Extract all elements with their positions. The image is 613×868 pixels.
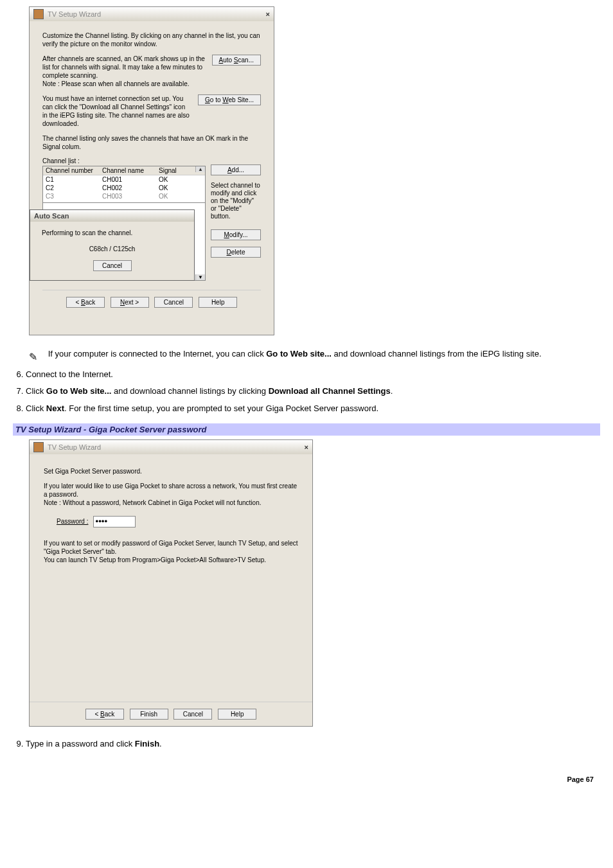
cell-signal: OK	[156, 175, 193, 184]
modify-button[interactable]: Modify...	[211, 229, 261, 240]
step-7: Click Go to Web site... and download cha…	[26, 385, 600, 397]
auto-scan-cancel-button[interactable]: Cancel	[93, 260, 132, 271]
step-8: Click Next. For the first time setup, yo…	[26, 403, 600, 414]
tv-setup-wizard-dialog-2: TV Setup Wizard × Set Giga Pocket Server…	[29, 439, 313, 727]
auto-scan-title: Auto Scan	[30, 210, 194, 222]
note-text-2: and download channel listings from the i…	[333, 349, 541, 359]
help-button[interactable]: Help	[199, 297, 237, 308]
cell-name: CH003	[100, 192, 156, 200]
help-button-2[interactable]: Help	[218, 709, 256, 720]
col-signal-header: Signal	[156, 166, 193, 175]
auto-scan-overlay: Auto Scan Performing to scan the channel…	[30, 209, 195, 281]
dialog1-footer: < Back Next > Cancel Help	[42, 290, 261, 308]
col-number-header: Channel number	[43, 166, 100, 175]
cell-num: C3	[43, 192, 100, 200]
auto-scan-status: Performing to scan the channel.	[42, 229, 182, 236]
cell-signal: OK	[156, 184, 193, 192]
dialog1-title: TV Setup Wizard	[48, 10, 101, 18]
password-input[interactable]	[93, 516, 136, 527]
col-name-header: Channel name	[100, 166, 156, 175]
dialog2-title-bar: TV Setup Wizard ×	[30, 440, 312, 454]
cell-name: CH001	[100, 175, 156, 184]
go-to-web-site-button[interactable]: Go to Web Site...	[198, 94, 261, 105]
password-label: Password :	[57, 518, 88, 525]
step-6: Connect to the Internet.	[26, 369, 600, 380]
table-row[interactable]: C3 CH003 OK	[43, 192, 205, 200]
dialog2-footer: < Back Finish Cancel Help	[30, 702, 312, 726]
back-button[interactable]: < Back	[66, 297, 105, 308]
channel-list-header: Channel number Channel name Signal	[43, 166, 205, 175]
pw-line2: If you later would like to use Giga Pock…	[44, 482, 298, 507]
add-button[interactable]: Add...	[211, 164, 261, 175]
scroll-down-icon[interactable]: ▼	[195, 274, 205, 280]
cell-num: C2	[43, 184, 100, 192]
close-icon[interactable]: ×	[266, 10, 270, 18]
note-bold: Go to Web site...	[266, 349, 332, 359]
auto-scan-progress: C68ch / C125ch	[42, 245, 182, 252]
dialog1-intro: Customize the Channel listing. By clicki…	[42, 31, 261, 48]
table-row[interactable]: C2 CH002 OK	[43, 184, 205, 192]
scroll-up-icon[interactable]: ▲	[195, 166, 205, 172]
steps-list: Connect to the Internet. Click Go to Web…	[13, 369, 600, 414]
note-icon: ✎	[29, 350, 42, 359]
autoscan-description: After channels are scanned, an OK mark s…	[42, 55, 212, 88]
table-row[interactable]: C1 CH001 OK	[43, 175, 205, 184]
cancel-button[interactable]: Cancel	[154, 297, 193, 308]
dialog2-title: TV Setup Wizard	[48, 443, 101, 451]
channel-list-label: Channel list :	[42, 157, 261, 164]
save-note: The channel listing only saves the chann…	[42, 134, 261, 151]
app-icon	[33, 442, 44, 452]
finish-button[interactable]: Finish	[130, 709, 168, 720]
cell-num: C1	[43, 175, 100, 184]
note-paragraph: ✎ If your computer is connected to the I…	[29, 348, 584, 360]
close-icon[interactable]: ×	[305, 443, 308, 451]
pw-line1: Set Giga Pocket Server password.	[44, 467, 298, 475]
step-9: Type in a password and click Finish.	[26, 738, 600, 750]
section-heading: TV Setup Wizard - Giga Pocket Server pas…	[13, 423, 600, 436]
modify-delete-hint: Select channel to modify and click on th…	[211, 182, 261, 220]
page-number: Page 67	[13, 775, 600, 783]
cell-signal: OK	[156, 192, 193, 200]
channel-list[interactable]: Channel number Channel name Signal C1 CH…	[42, 166, 206, 203]
tv-setup-wizard-dialog-1: TV Setup Wizard × Customize the Channel …	[29, 6, 274, 335]
app-icon	[33, 9, 44, 19]
back-button-2[interactable]: < Back	[85, 709, 124, 720]
auto-scan-button[interactable]: Auto Scan...	[212, 55, 262, 66]
note-text-1: If your computer is connected to the Int…	[48, 349, 267, 359]
pw-line3: If you want to set or modify password of…	[44, 539, 298, 564]
next-button[interactable]: Next >	[111, 297, 149, 308]
cancel-button-2[interactable]: Cancel	[173, 709, 212, 720]
web-description: You must have an internet connection set…	[42, 94, 198, 128]
dialog1-title-bar: TV Setup Wizard ×	[30, 7, 274, 21]
cell-name: CH002	[100, 184, 156, 192]
delete-button[interactable]: Delete	[211, 247, 261, 258]
steps-list-2: Type in a password and click Finish.	[13, 738, 600, 750]
